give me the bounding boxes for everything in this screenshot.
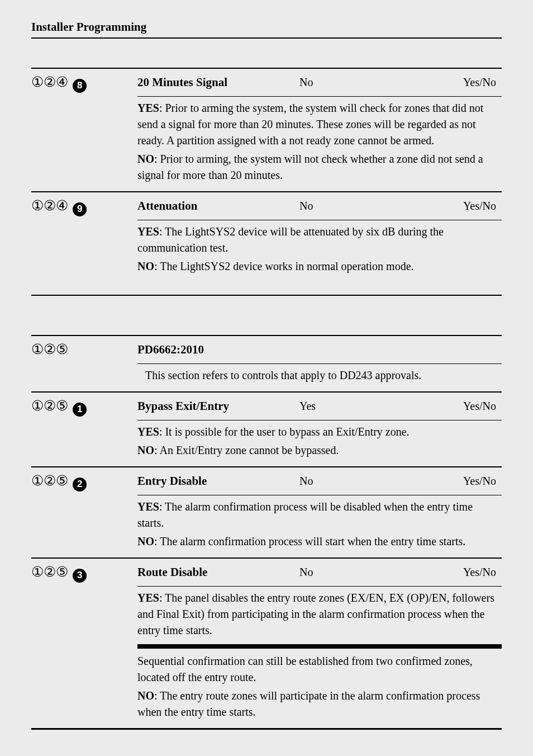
param-default: No [299,200,417,212]
param-range: Yes/No [417,200,502,212]
code-bold-icon: 3 [73,569,87,583]
code-digits: ①②⑤ [31,472,68,488]
param-description: YES: It is possible for the user to bypa… [137,420,502,466]
param-row-route-disable: ①②⑤ 3 Route Disable No Yes/No [31,559,502,586]
yes-label: YES [137,102,159,114]
intro-text: This section refers to controls that app… [137,367,502,384]
menu-code: ①②⑤ 3 [31,562,137,583]
param-header: Entry Disable No Yes/No [137,471,502,492]
no-label: NO [137,689,154,702]
yes-text: : It is possible for the user to bypass … [159,426,410,438]
param-range: Yes/No [417,566,502,579]
param-range: Yes/No [417,475,502,488]
title-divider [31,37,502,39]
code-bold-icon: 2 [73,478,87,492]
code-digits: ①②⑤ [31,341,68,357]
menu-code: ①②⑤ 1 [31,396,137,417]
param-default: No [299,475,417,488]
code-digits: ①②⑤ [31,398,68,413]
document-page: Installer Programming ①②④ 8 20 Minutes S… [0,0,533,752]
param-range: Yes/No [417,400,502,413]
yes-text: : The alarm confirmation process will be… [137,500,473,529]
param-name: Attenuation [137,199,299,213]
param-desc-row: YES: It is possible for the user to bypa… [31,420,502,466]
param-description: YES: The LightSYS2 device will be attenu… [137,220,502,295]
code-bold-icon: 1 [73,403,87,417]
no-text: : The LightSYS2 device works in normal o… [154,260,414,272]
no-label: NO [137,260,154,272]
param-name: 20 Minutes Signal [137,75,299,89]
no-label: NO [137,535,154,547]
section-end-divider [31,728,502,730]
section-name: PD6662:2010 [137,343,204,357]
param-default: No [299,76,417,89]
param-desc-row: YES: The alarm confirmation process will… [31,495,502,557]
param-default: No [299,566,417,579]
yes-label: YES [137,592,159,604]
section-intro-row: This section refers to controls that app… [31,363,502,391]
section-intro: This section refers to controls that app… [137,364,502,391]
code-bold-icon: 8 [73,79,87,93]
param-header: PD6662:2010 [137,339,502,360]
yes-label: YES [137,500,159,513]
param-default: Yes [299,400,417,413]
yes-text: : Prior to arming the system, the system… [137,102,483,147]
no-text: : The alarm confirmation process will st… [154,535,465,547]
page-title: Installer Programming [31,20,502,34]
param-row-attenuation: ①②④ 9 Attenuation No Yes/No [31,192,502,220]
param-range: Yes/No [417,76,502,89]
menu-code: ①②④ 9 [31,196,137,216]
param-desc-row: YES: The panel disables the entry route … [31,586,502,728]
yes-label: YES [137,426,159,438]
param-header: Bypass Exit/Entry Yes Yes/No [137,396,502,417]
param-description: YES: The panel disables the entry route … [137,587,502,728]
param-description: YES: The alarm confirmation process will… [137,495,502,557]
yes-label: YES [137,225,159,238]
code-digits: ①②⑤ [31,564,68,579]
no-label: NO [137,153,154,165]
no-label: NO [137,444,154,456]
section-header-row: ①②⑤ PD6662:2010 [31,336,502,363]
param-name: Entry Disable [137,474,299,488]
menu-code: ①②④ 8 [31,72,137,93]
no-text: : An Exit/Entry zone cannot be bypassed. [154,444,339,456]
param-row-20-minutes: ①②④ 8 20 Minutes Signal No Yes/No [31,69,502,96]
param-header: Route Disable No Yes/No [137,562,502,583]
param-description: YES: Prior to arming the system, the sys… [137,97,502,191]
code-digits: ①②④ [31,197,68,213]
menu-code: ①②⑤ 2 [31,471,137,492]
code-bold-icon: 9 [73,202,87,216]
note-bar-icon [137,644,502,649]
param-name: Route Disable [137,565,299,579]
note-text: Sequential confirmation can still be est… [137,653,502,686]
param-header: 20 Minutes Signal No Yes/No [137,72,502,93]
no-text: : The entry route zones will participate… [137,689,480,718]
yes-text: : The LightSYS2 device will be attenuate… [137,225,444,254]
param-row-bypass: ①②⑤ 1 Bypass Exit/Entry Yes Yes/No [31,393,502,420]
yes-text: : The panel disables the entry route zon… [137,592,494,636]
param-row-entry-disable: ①②⑤ 2 Entry Disable No Yes/No [31,467,502,495]
param-header: Attenuation No Yes/No [137,196,502,216]
param-desc-row: YES: The LightSYS2 device will be attenu… [31,220,502,295]
no-text: : Prior to arming, the system will not c… [137,153,483,181]
param-name: Bypass Exit/Entry [137,399,299,413]
code-digits: ①②④ [31,74,68,89]
menu-code: ①②⑤ [31,339,137,358]
param-desc-row: YES: Prior to arming the system, the sys… [31,96,502,191]
